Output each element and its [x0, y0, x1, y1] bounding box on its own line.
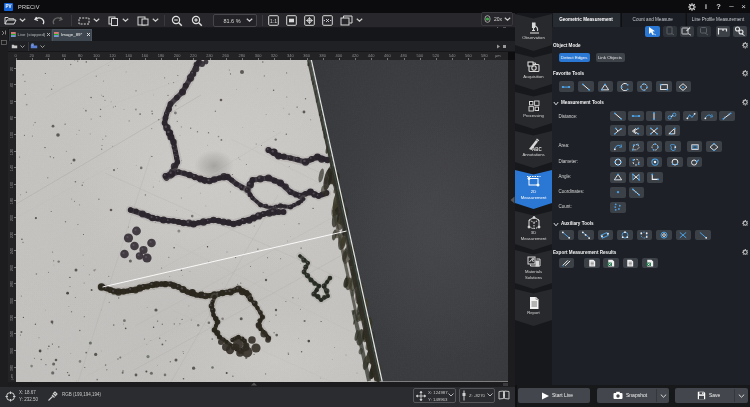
svg-text:ABC: ABC	[532, 147, 542, 152]
svg-text:1:1: 1:1	[270, 18, 277, 24]
